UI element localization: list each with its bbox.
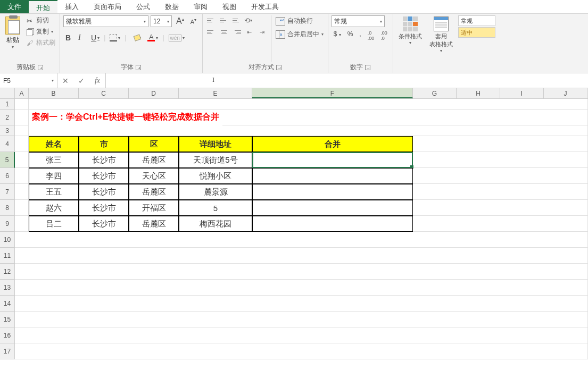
clipboard-dialog-launcher[interactable] <box>38 65 43 70</box>
table-cell[interactable]: 王五 <box>29 184 79 200</box>
number-format-select[interactable]: 常规▾ <box>332 15 385 27</box>
table-cell[interactable]: 李四 <box>29 168 79 184</box>
table-cell[interactable]: 岳麓区 <box>129 184 179 200</box>
table-cell[interactable]: 麓景源 <box>179 184 252 200</box>
col-header-J[interactable]: J <box>544 88 587 98</box>
col-header-C[interactable]: C <box>79 88 129 98</box>
row-header-17[interactable]: 17 <box>0 343 15 359</box>
spreadsheet-grid[interactable]: A B C D E F G H I J 1 2案例一：学会Ctrl+E快捷键一键… <box>0 88 588 359</box>
active-cell-F5[interactable] <box>252 152 413 168</box>
row-header-9[interactable]: 9 <box>0 216 15 232</box>
table-cell[interactable]: 梅西花园 <box>179 216 252 232</box>
table-cell[interactable] <box>252 184 413 200</box>
format-painter-button[interactable]: 格式刷 <box>26 38 56 48</box>
row-header-7[interactable]: 7 <box>0 184 15 200</box>
col-header-D[interactable]: D <box>129 88 179 98</box>
header-name[interactable]: 姓名 <box>29 136 79 152</box>
row-header-2[interactable]: 2 <box>0 110 15 125</box>
row-header-4[interactable]: 4 <box>0 136 15 152</box>
row-header-8[interactable]: 8 <box>0 200 15 216</box>
font-size-select[interactable]: 12▾ <box>151 15 172 27</box>
phonetic-button[interactable]: wén▾ <box>167 33 187 43</box>
header-district[interactable]: 区 <box>129 136 179 152</box>
row-header-13[interactable]: 13 <box>0 280 15 296</box>
font-name-select[interactable]: 微软雅黑▾ <box>63 15 148 27</box>
merge-center-button[interactable]: 合并后居中▾ <box>275 29 325 40</box>
wrap-text-button[interactable]: 自动换行 <box>275 15 325 27</box>
table-cell[interactable]: 长沙市 <box>79 200 129 216</box>
name-box[interactable]: F5▾ <box>0 73 57 88</box>
table-cell[interactable]: 长沙市 <box>79 216 129 232</box>
underline-button[interactable]: U▾ <box>89 32 102 43</box>
align-right-button[interactable] <box>231 27 242 37</box>
tab-page-layout[interactable]: 页面布局 <box>86 0 129 13</box>
decrease-font-button[interactable]: A▾ <box>188 16 199 26</box>
col-header-I[interactable]: I <box>500 88 544 98</box>
row-header-12[interactable]: 12 <box>0 264 15 280</box>
paste-button[interactable]: 粘贴 ▾ <box>3 15 22 62</box>
borders-button[interactable]: ▾ <box>107 33 122 43</box>
font-color-button[interactable]: A▾ <box>145 33 160 43</box>
table-cell[interactable]: 悦翔小区 <box>179 168 252 184</box>
fx-button[interactable]: fx <box>89 74 105 87</box>
row-header-10[interactable]: 10 <box>0 232 15 248</box>
align-left-button[interactable] <box>206 27 217 37</box>
tab-file[interactable]: 文件 <box>0 0 29 13</box>
confirm-button[interactable]: ✓ <box>73 74 89 87</box>
table-cell[interactable]: 岳麓区 <box>129 152 179 168</box>
table-cell[interactable]: 赵六 <box>29 200 79 216</box>
tab-view[interactable]: 视图 <box>215 0 244 13</box>
col-header-F[interactable]: F <box>252 88 413 98</box>
increase-decimal-button[interactable]: .0.00 <box>366 29 377 42</box>
select-all-corner[interactable] <box>0 88 15 98</box>
cancel-button[interactable]: ✕ <box>57 74 73 87</box>
cell-styles-gallery[interactable]: 常规 适中 <box>458 15 495 63</box>
col-header-B[interactable]: B <box>29 88 79 98</box>
table-cell[interactable]: 天心区 <box>129 168 179 184</box>
col-header-G[interactable]: G <box>413 88 457 98</box>
table-cell[interactable]: 张三 <box>29 152 79 168</box>
tab-home[interactable]: 开始 <box>29 0 57 13</box>
row-header-16[interactable]: 16 <box>0 327 15 343</box>
table-cell[interactable]: 吕二 <box>29 216 79 232</box>
row-header-14[interactable]: 14 <box>0 296 15 312</box>
tab-review[interactable]: 审阅 <box>186 0 215 13</box>
table-cell[interactable]: 岳麓区 <box>129 216 179 232</box>
accounting-format-button[interactable]: $ ▾ <box>332 29 343 42</box>
tab-insert[interactable]: 插入 <box>57 0 86 13</box>
align-middle-button[interactable] <box>219 15 229 25</box>
title-cell[interactable]: 案例一：学会Ctrl+E快捷键一键轻松完成数据合并 <box>29 110 222 125</box>
col-header-A[interactable]: A <box>15 88 29 98</box>
table-cell[interactable] <box>252 200 413 216</box>
table-cell[interactable] <box>252 168 413 184</box>
font-dialog-launcher[interactable] <box>136 65 141 70</box>
italic-button[interactable]: I <box>76 32 87 43</box>
table-format-button[interactable]: 套用 表格格式▾ <box>427 15 455 63</box>
col-header-H[interactable]: H <box>457 88 500 98</box>
row-header-1[interactable]: 1 <box>0 99 15 110</box>
cut-button[interactable]: 剪切 <box>26 15 56 26</box>
align-center-button[interactable] <box>219 27 229 37</box>
header-city[interactable]: 市 <box>79 136 129 152</box>
row-header-15[interactable]: 15 <box>0 312 15 327</box>
col-header-E[interactable]: E <box>179 88 252 98</box>
align-bottom-button[interactable] <box>231 15 242 25</box>
increase-indent-button[interactable]: ⇥ <box>257 27 268 37</box>
table-cell[interactable]: 长沙市 <box>79 184 129 200</box>
table-cell[interactable] <box>252 216 413 232</box>
conditional-format-button[interactable]: 条件格式▾ <box>396 15 424 63</box>
cell-style-normal[interactable]: 常规 <box>458 15 495 26</box>
cell-style-mid[interactable]: 适中 <box>458 27 495 38</box>
bold-button[interactable]: B <box>63 32 74 43</box>
header-addr[interactable]: 详细地址 <box>179 136 252 152</box>
tab-formulas[interactable]: 公式 <box>129 0 158 13</box>
decrease-decimal-button[interactable]: .00.0 <box>378 29 390 42</box>
row-header-11[interactable]: 11 <box>0 248 15 264</box>
row-header-3[interactable]: 3 <box>0 125 15 136</box>
number-dialog-launcher[interactable] <box>365 65 370 70</box>
table-cell[interactable]: 天顶街道5号 <box>179 152 252 168</box>
increase-font-button[interactable]: A▴ <box>174 15 186 27</box>
copy-button[interactable]: 复制▾ <box>26 27 56 37</box>
table-cell[interactable]: 长沙市 <box>79 168 129 184</box>
tab-data[interactable]: 数据 <box>158 0 186 13</box>
